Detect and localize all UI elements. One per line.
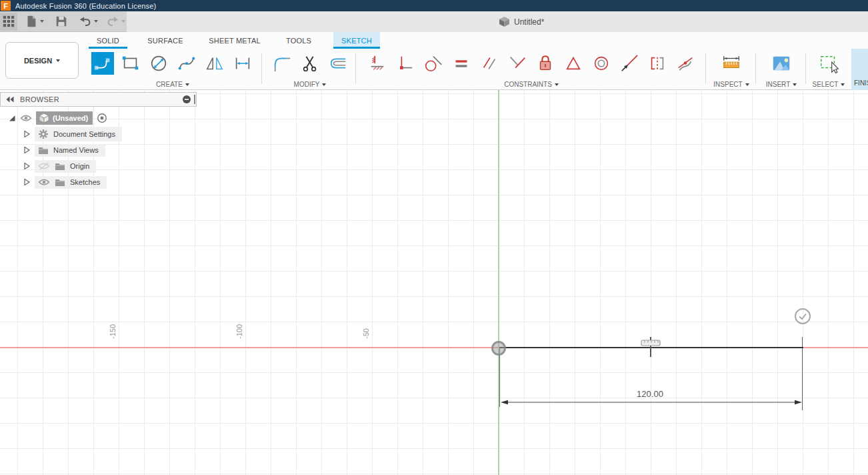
collapsed-caret-icon[interactable] — [23, 130, 31, 138]
finish-sketch-button[interactable]: FINISH SKETCH — [851, 49, 868, 90]
collinear-constraint-button[interactable] — [618, 52, 641, 75]
coincident-constraint-button[interactable] — [394, 52, 417, 75]
measure-ruler-icon — [721, 53, 741, 73]
parallel-icon — [479, 53, 499, 73]
browser-title: BROWSER — [20, 95, 59, 103]
undo-button[interactable] — [77, 13, 100, 31]
measure-tool-button[interactable] — [720, 52, 743, 75]
line-tool-button[interactable] — [91, 52, 114, 75]
document-root-item[interactable]: (Unsaved) — [36, 111, 93, 125]
origin-point[interactable] — [491, 341, 506, 356]
toolbar-group-constraints: CONSTRAINTS — [359, 49, 704, 90]
curvature-constraint-button[interactable] — [674, 52, 697, 75]
document-tab[interactable]: Untitled* — [499, 11, 544, 32]
line-icon — [93, 53, 113, 73]
group-label-create[interactable]: CREATE — [87, 81, 259, 88]
midpoint-constraint-button[interactable] — [562, 52, 585, 75]
redo-icon — [106, 15, 119, 28]
browser-item-document-settings[interactable]: Document Settings — [23, 127, 122, 141]
group-label-modify[interactable]: MODIFY — [265, 81, 355, 88]
parallel-constraint-button[interactable] — [478, 52, 501, 75]
dropdown-caret-icon — [555, 83, 559, 86]
select-tool-button[interactable] — [817, 52, 840, 75]
dimension-icon — [233, 53, 253, 73]
toolbar-group-select: SELECT — [808, 49, 849, 90]
fusion-logo-icon: F — [1, 1, 11, 11]
minimize-panel-icon[interactable] — [182, 95, 191, 104]
offset-icon — [328, 53, 348, 73]
visibility-eye-icon[interactable] — [38, 178, 50, 186]
title-bar: F Autodesk Fusion 360 (Education License… — [0, 0, 868, 11]
collapsed-caret-icon[interactable] — [23, 146, 31, 154]
document-cube-icon — [39, 113, 49, 123]
group-label-insert[interactable]: INSERT — [758, 81, 805, 88]
save-button[interactable] — [53, 13, 70, 31]
spline-tool-button[interactable] — [175, 52, 198, 75]
expanded-caret-icon[interactable] — [8, 114, 16, 122]
concentric-constraint-button[interactable] — [590, 52, 613, 75]
group-separator — [705, 53, 706, 84]
file-menu-button[interactable] — [23, 13, 46, 31]
fillet-tool-button[interactable] — [271, 52, 293, 75]
panel-resize-handle[interactable] — [194, 95, 195, 104]
group-label-select[interactable]: SELECT — [808, 81, 849, 88]
insert-image-button[interactable] — [770, 52, 793, 75]
spline-icon — [177, 53, 197, 73]
mirror-tool-button[interactable] — [203, 52, 226, 75]
collapsed-caret-icon[interactable] — [23, 178, 31, 186]
quick-access-strip: Untitled* — [0, 11, 868, 32]
concentric-icon — [591, 53, 611, 73]
visibility-eye-icon[interactable] — [20, 114, 32, 122]
visibility-off-eye-icon[interactable] — [38, 162, 50, 170]
group-label-inspect[interactable]: INSPECT — [708, 81, 755, 88]
dropdown-caret-icon — [841, 83, 845, 86]
folder-icon — [55, 162, 65, 171]
tangent-icon — [423, 53, 443, 73]
toolbar-group-inspect: INSPECT — [708, 49, 755, 90]
rectangle-tool-button[interactable] — [119, 52, 142, 75]
curvature-icon — [675, 53, 695, 73]
sketch-dimension-tool-button[interactable] — [231, 52, 254, 75]
document-tab-label: Untitled* — [514, 17, 544, 27]
trim-tool-button[interactable] — [299, 52, 321, 75]
browser-item-named-views[interactable]: Named Views — [23, 143, 105, 157]
file-icon — [25, 15, 38, 28]
axis-label: -150 — [109, 318, 118, 345]
tangent-constraint-button[interactable] — [422, 52, 445, 75]
sketch-line[interactable] — [499, 347, 803, 348]
symmetry-constraint-button[interactable] — [646, 52, 669, 75]
redo-button[interactable] — [104, 13, 127, 31]
horizontal-vertical-constraint-button[interactable] — [366, 52, 389, 75]
collapsed-caret-icon[interactable] — [23, 162, 31, 170]
dimension-grip-ruler-icon[interactable] — [641, 338, 661, 346]
group-label-constraints[interactable]: CONSTRAINTS — [359, 81, 704, 88]
sketch-canvas[interactable]: -150 -100 -50 120.00 — [0, 90, 868, 475]
tab-tools[interactable]: TOOLS — [280, 32, 317, 49]
collapse-panel-icon[interactable] — [5, 95, 15, 103]
tab-sheet-metal[interactable]: SHEET METAL — [200, 32, 269, 49]
browser-item-sketches[interactable]: Sketches — [23, 175, 107, 189]
horizontal-vertical-icon — [367, 53, 387, 73]
tab-sketch[interactable]: SKETCH — [333, 32, 380, 49]
finish-check-icon[interactable] — [794, 308, 811, 325]
tab-surface[interactable]: SURFACE — [140, 32, 191, 49]
dropdown-caret-icon — [793, 83, 797, 86]
app-launcher-button[interactable] — [0, 13, 17, 31]
browser-header[interactable]: BROWSER — [0, 92, 197, 107]
dimension-value[interactable]: 120.00 — [600, 389, 700, 399]
browser-item-origin[interactable]: Origin — [23, 159, 96, 173]
perpendicular-constraint-button[interactable] — [506, 52, 529, 75]
group-separator — [805, 53, 806, 84]
coincident-icon — [395, 53, 415, 73]
circle-tool-button[interactable] — [147, 52, 170, 75]
offset-tool-button[interactable] — [327, 52, 349, 75]
fix-unfix-constraint-button[interactable] — [534, 52, 557, 75]
group-separator — [755, 53, 756, 84]
trim-scissors-icon — [300, 53, 320, 73]
browser-root-row[interactable]: (Unsaved) — [8, 111, 107, 125]
tab-solid[interactable]: SOLID — [85, 32, 131, 49]
equal-constraint-button[interactable] — [450, 52, 473, 75]
activate-radio-icon[interactable] — [97, 113, 107, 123]
image-icon — [771, 53, 791, 73]
dropdown-caret-icon — [185, 83, 189, 86]
